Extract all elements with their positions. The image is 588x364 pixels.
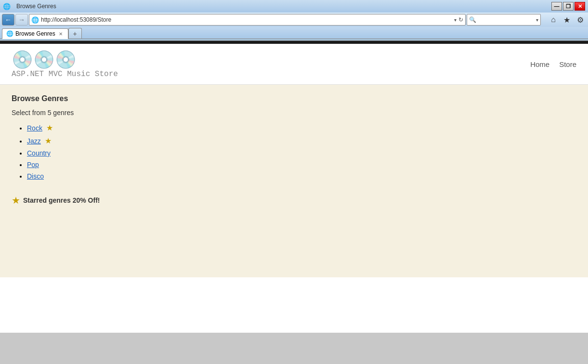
genre-list: Rock ★ Jazz ★ Country Pop Disco — [12, 123, 576, 180]
nav-store-link[interactable]: Store — [559, 60, 576, 68]
site-header: 💿💿💿 ASP.NET MVC Music Store Home Store — [0, 44, 588, 85]
tab-title: Browse Genres — [15, 30, 55, 37]
ie-logo: 🌐 — [3, 3, 11, 10]
address-refresh-icon[interactable]: ↻ — [458, 16, 463, 23]
list-item: Disco — [27, 172, 576, 180]
genre-link-country[interactable]: Country — [27, 149, 51, 157]
genre-link-disco[interactable]: Disco — [27, 172, 44, 180]
content-area: Browse Genres Select from 5 genres Rock … — [0, 85, 588, 277]
search-input[interactable] — [477, 16, 535, 23]
active-tab[interactable]: 🌐 Browse Genres ✕ — [2, 28, 68, 39]
nav-bar: ← → 🌐 http://localhost:53089/Store ▾ ↻ 🔍… — [0, 13, 588, 27]
restore-button[interactable]: ❐ — [563, 2, 574, 11]
list-item: Jazz ★ — [27, 136, 576, 145]
promo-star-icon: ★ — [12, 195, 20, 206]
favorites-icon[interactable]: ★ — [561, 14, 573, 26]
nav-home-link[interactable]: Home — [530, 60, 549, 68]
address-dropdown-icon[interactable]: ▾ — [454, 17, 457, 23]
browser-chrome: 🌐 Browse Genres — ❐ ✕ ← → 🌐 http://local… — [0, 0, 588, 41]
promo-section: ★ Starred genres 20% Off! — [12, 195, 576, 206]
search-area: 🔍 ▾ — [467, 14, 541, 26]
window-title: Browse Genres — [16, 3, 56, 10]
genre-subtitle: Select from 5 genres — [12, 109, 576, 117]
forward-button[interactable]: → — [15, 14, 28, 26]
search-dropdown-icon[interactable]: ▾ — [536, 17, 538, 23]
bottom-area — [0, 333, 588, 364]
home-icon[interactable]: ⌂ — [548, 14, 559, 26]
list-item: Pop — [27, 161, 576, 169]
logo-text: ASP.NET MVC Music Store — [12, 70, 118, 78]
list-item: Rock ★ — [27, 123, 576, 132]
genre-link-jazz[interactable]: Jazz — [27, 137, 41, 145]
page-title: Browse Genres — [12, 94, 576, 103]
list-item: Country — [27, 149, 576, 157]
new-tab-button[interactable]: + — [68, 28, 82, 39]
genre-link-pop[interactable]: Pop — [27, 161, 39, 169]
site-wrapper: 💿💿💿 ASP.NET MVC Music Store Home Store B… — [0, 44, 588, 333]
site-nav: Home Store — [530, 60, 576, 68]
settings-icon[interactable]: ⚙ — [575, 14, 586, 26]
logo-area: 💿💿💿 ASP.NET MVC Music Store — [12, 50, 118, 78]
close-button[interactable]: ✕ — [575, 2, 585, 11]
tab-ie-icon: 🌐 — [6, 30, 13, 37]
minimize-button[interactable]: — — [551, 2, 562, 11]
promo-text: Starred genres 20% Off! — [23, 196, 100, 204]
title-bar: 🌐 Browse Genres — ❐ ✕ — [0, 0, 588, 13]
genre-link-rock[interactable]: Rock — [27, 124, 42, 132]
star-icon-jazz: ★ — [45, 137, 52, 145]
logo-icon: 💿💿💿 — [12, 50, 118, 70]
search-icon: 🔍 — [469, 16, 476, 23]
address-text: http://localhost:53089/Store — [41, 16, 452, 23]
window-controls: — ❐ ✕ — [551, 2, 585, 11]
tab-bar: 🌐 Browse Genres ✕ + — [0, 27, 588, 39]
tab-close-button[interactable]: ✕ — [57, 30, 64, 37]
toolbar-separator — [0, 39, 588, 40]
back-button[interactable]: ← — [2, 14, 14, 26]
address-ie-icon: 🌐 — [31, 16, 39, 24]
address-bar[interactable]: 🌐 http://localhost:53089/Store ▾ ↻ — [29, 14, 466, 26]
star-icon-rock: ★ — [46, 124, 53, 132]
